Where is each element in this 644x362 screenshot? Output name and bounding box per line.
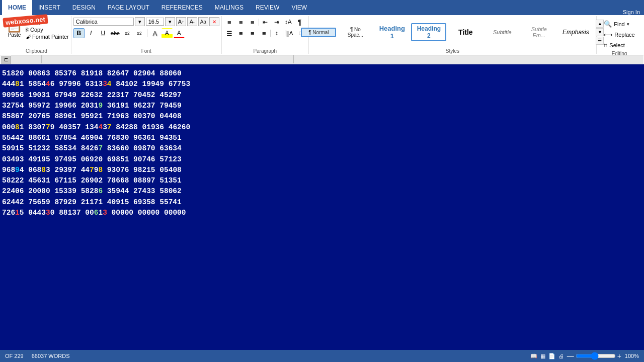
- tab-review[interactable]: REVIEW: [250, 0, 285, 15]
- increase-font-btn[interactable]: A+: [176, 17, 186, 26]
- style-emphasis[interactable]: Emphasis: [558, 27, 593, 38]
- replace-icon: ⟷: [604, 31, 612, 38]
- font-name-dropdown-btn[interactable]: ▾: [135, 17, 145, 26]
- sign-in-btn[interactable]: Sign In: [623, 9, 640, 15]
- svg-rect-1: [41, 55, 42, 63]
- increase-indent-btn[interactable]: ⇥: [271, 17, 282, 27]
- line-spacing-btn[interactable]: ↕: [271, 28, 282, 38]
- style-no-spacing[interactable]: ¶ No Spac...: [338, 25, 373, 40]
- tab-design[interactable]: DESIGN: [66, 0, 102, 15]
- sep2: [259, 19, 259, 26]
- sort-btn[interactable]: ↕A: [283, 17, 294, 27]
- sep3: [270, 30, 271, 37]
- word-count: 66037 WORDS: [32, 353, 70, 359]
- decrease-font-btn[interactable]: A-: [187, 17, 197, 26]
- text-effects-btn[interactable]: A: [149, 28, 160, 38]
- styles-group: ¶ Normal ¶ No Spac... Heading 1 Heading …: [309, 16, 597, 54]
- align-right-btn[interactable]: ≡: [247, 28, 258, 38]
- align-center-btn[interactable]: ≡: [235, 28, 247, 38]
- svg-rect-2: [293, 55, 294, 63]
- read-view-btn[interactable]: 📄: [548, 353, 555, 359]
- clipboard-group: 📋 Paste ✂ Cut ⎘ Copy 🖌: [2, 16, 71, 54]
- subscript-btn[interactable]: x2: [122, 28, 133, 38]
- style-heading2[interactable]: Heading 2: [411, 23, 446, 41]
- ribbon: 📋 Paste ✂ Cut ⎘ Copy 🖌: [0, 15, 644, 55]
- ribbon-tabs: HOME INSERT DESIGN PAGE LAYOUT REFERENCE…: [0, 0, 644, 15]
- document-content: 51820 00863 85376 81918 82647 02904 8806…: [2, 68, 642, 218]
- style-normal[interactable]: ¶ Normal: [301, 28, 336, 37]
- change-case-btn[interactable]: ✕: [209, 17, 219, 26]
- replace-btn[interactable]: ⟷ Replace: [602, 30, 636, 39]
- document-area: 51820 00863 85376 81918 82647 02904 8806…: [0, 64, 644, 350]
- find-dropdown-icon: ▾: [627, 22, 629, 27]
- proofing-icon[interactable]: 📖: [530, 353, 537, 359]
- font-label: Font: [73, 48, 219, 54]
- tab-references[interactable]: REFERENCES: [155, 0, 209, 15]
- clear-formatting-btn[interactable]: Aa: [198, 17, 208, 26]
- font-size-input[interactable]: [146, 18, 164, 26]
- font-name-input[interactable]: [73, 18, 134, 26]
- justify-btn[interactable]: ≡: [259, 28, 270, 38]
- paragraph-label: Paragraph: [224, 48, 306, 54]
- paste-button[interactable]: 📋 Paste: [4, 17, 25, 39]
- paintbrush-icon: 🖌: [26, 34, 31, 40]
- layout-view-btn[interactable]: ▦: [540, 353, 545, 359]
- paste-label: Paste: [8, 32, 21, 38]
- ruler-bar: [11, 55, 643, 64]
- tab-mailings[interactable]: MAILINGS: [209, 0, 250, 15]
- style-title[interactable]: Title: [448, 26, 483, 38]
- ruler-corner[interactable]: ⊏: [1, 56, 11, 64]
- zoom-controls: — + 100%: [567, 352, 639, 360]
- select-btn[interactable]: ⌗ Select -: [602, 41, 636, 50]
- style-heading1[interactable]: Heading 1: [374, 23, 410, 42]
- status-left: OF 229 66037 WORDS: [5, 353, 70, 359]
- document-page[interactable]: 51820 00863 85376 81918 82647 02904 8806…: [0, 64, 644, 350]
- bold-btn[interactable]: B: [73, 28, 85, 38]
- style-subtitle[interactable]: Subtitle: [485, 27, 520, 37]
- format-painter-button[interactable]: 🖌 Format Painter: [26, 34, 69, 40]
- copy-button[interactable]: ⎘ Copy: [26, 27, 69, 33]
- zoom-in-btn[interactable]: +: [617, 352, 621, 360]
- zoom-out-btn[interactable]: —: [567, 352, 574, 360]
- paste-icon: 📋: [6, 18, 23, 32]
- numbering-btn[interactable]: ≡: [235, 17, 247, 27]
- page-info: OF 229: [5, 353, 24, 359]
- align-left-btn[interactable]: ☰: [224, 28, 235, 38]
- cut-button[interactable]: ✂ Cut: [26, 19, 69, 26]
- clipboard-label: Clipboard: [4, 48, 69, 54]
- superscript-btn[interactable]: x2: [134, 28, 145, 38]
- sep1: [147, 29, 147, 37]
- styles-label: Styles: [311, 48, 594, 54]
- shading-btn[interactable]: ░A: [284, 28, 295, 38]
- text-highlight-btn[interactable]: A: [162, 28, 173, 38]
- status-right: 📖 ▦ 📄 🖨 — + 100%: [530, 352, 639, 360]
- copy-icon: ⎘: [26, 27, 29, 33]
- select-icon: ⌗: [604, 42, 607, 49]
- tab-insert[interactable]: INSERT: [32, 0, 66, 15]
- font-color-btn[interactable]: A: [174, 28, 185, 38]
- ruler-ticks: [11, 55, 643, 63]
- tab-page-layout[interactable]: PAGE LAYOUT: [102, 0, 155, 15]
- strikethrough-btn[interactable]: abc: [110, 28, 121, 38]
- sep4: [283, 30, 283, 37]
- font-size-dropdown-btn[interactable]: ▾: [165, 17, 175, 26]
- bullets-btn[interactable]: ≡: [224, 17, 235, 27]
- editing-group: 🔍 Find ▾ ⟷ Replace ⌗ Select - Editing: [597, 16, 642, 54]
- underline-btn[interactable]: U: [98, 28, 109, 38]
- tab-home[interactable]: HOME: [2, 0, 32, 15]
- decrease-indent-btn[interactable]: ⇤: [260, 17, 271, 27]
- zoom-slider[interactable]: [576, 352, 616, 360]
- search-icon: 🔍: [604, 20, 612, 28]
- style-subtle-emphasis[interactable]: Subtle Em...: [521, 24, 556, 40]
- italic-btn[interactable]: I: [86, 28, 97, 38]
- paragraph-group: ≡ ≡ ≡ ⇤ ⇥ ↕A ¶ ☰ ≡ ≡ ≡ ↕ ░A: [222, 16, 309, 54]
- scissors-icon: ✂: [26, 19, 30, 26]
- status-bar: OF 229 66037 WORDS 📖 ▦ 📄 🖨 — + 100%: [0, 350, 644, 362]
- font-group: ▾ ▾ A+ A- Aa ✕ B I U abc x2 x2 A: [71, 16, 222, 54]
- find-btn[interactable]: 🔍 Find ▾: [602, 19, 636, 29]
- svg-rect-0: [11, 55, 643, 63]
- tab-view[interactable]: VIEW: [285, 0, 313, 15]
- print-view-btn[interactable]: 🖨: [558, 353, 564, 359]
- zoom-level: 100%: [625, 353, 639, 359]
- multilevel-btn[interactable]: ≡: [247, 17, 258, 27]
